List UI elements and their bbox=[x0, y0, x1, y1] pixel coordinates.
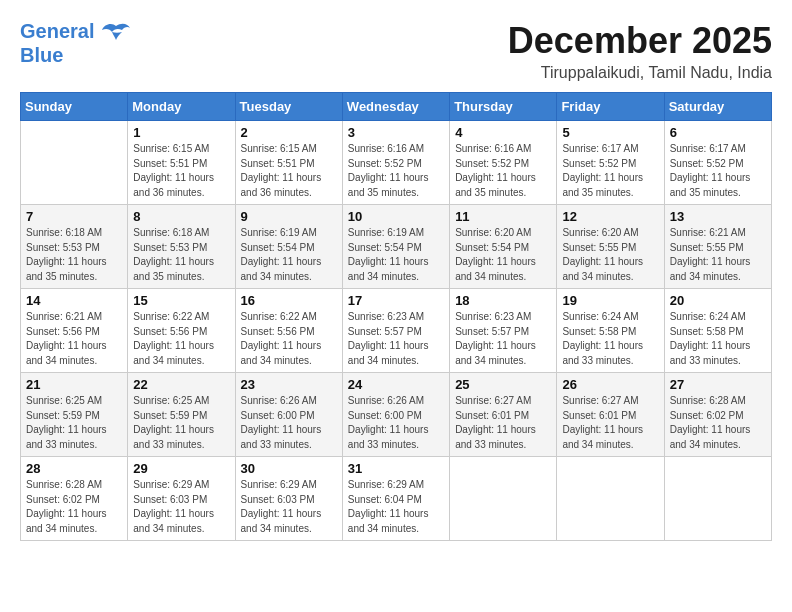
calendar-day-cell: 15Sunrise: 6:22 AM Sunset: 5:56 PM Dayli… bbox=[128, 289, 235, 373]
day-info: Sunrise: 6:15 AM Sunset: 5:51 PM Dayligh… bbox=[133, 142, 229, 200]
calendar-day-cell: 19Sunrise: 6:24 AM Sunset: 5:58 PM Dayli… bbox=[557, 289, 664, 373]
day-number: 19 bbox=[562, 293, 658, 308]
calendar-day-cell: 3Sunrise: 6:16 AM Sunset: 5:52 PM Daylig… bbox=[342, 121, 449, 205]
day-number: 18 bbox=[455, 293, 551, 308]
day-info: Sunrise: 6:20 AM Sunset: 5:54 PM Dayligh… bbox=[455, 226, 551, 284]
title-section: December 2025 Tiruppalaikudi, Tamil Nadu… bbox=[508, 20, 772, 82]
calendar-day-cell: 1Sunrise: 6:15 AM Sunset: 5:51 PM Daylig… bbox=[128, 121, 235, 205]
calendar-day-cell: 4Sunrise: 6:16 AM Sunset: 5:52 PM Daylig… bbox=[450, 121, 557, 205]
calendar-day-header: Monday bbox=[128, 93, 235, 121]
day-info: Sunrise: 6:21 AM Sunset: 5:56 PM Dayligh… bbox=[26, 310, 122, 368]
calendar-day-cell: 10Sunrise: 6:19 AM Sunset: 5:54 PM Dayli… bbox=[342, 205, 449, 289]
calendar-day-cell: 16Sunrise: 6:22 AM Sunset: 5:56 PM Dayli… bbox=[235, 289, 342, 373]
day-info: Sunrise: 6:29 AM Sunset: 6:03 PM Dayligh… bbox=[133, 478, 229, 536]
calendar-day-cell: 28Sunrise: 6:28 AM Sunset: 6:02 PM Dayli… bbox=[21, 457, 128, 541]
calendar-day-cell: 27Sunrise: 6:28 AM Sunset: 6:02 PM Dayli… bbox=[664, 373, 771, 457]
calendar-week-row: 7Sunrise: 6:18 AM Sunset: 5:53 PM Daylig… bbox=[21, 205, 772, 289]
day-info: Sunrise: 6:18 AM Sunset: 5:53 PM Dayligh… bbox=[133, 226, 229, 284]
calendar-day-cell: 12Sunrise: 6:20 AM Sunset: 5:55 PM Dayli… bbox=[557, 205, 664, 289]
calendar-day-cell: 31Sunrise: 6:29 AM Sunset: 6:04 PM Dayli… bbox=[342, 457, 449, 541]
day-number: 28 bbox=[26, 461, 122, 476]
calendar-day-cell: 22Sunrise: 6:25 AM Sunset: 5:59 PM Dayli… bbox=[128, 373, 235, 457]
logo: General Blue bbox=[20, 20, 130, 67]
day-number: 23 bbox=[241, 377, 337, 392]
calendar-day-cell: 17Sunrise: 6:23 AM Sunset: 5:57 PM Dayli… bbox=[342, 289, 449, 373]
logo-text-general: General bbox=[20, 20, 94, 42]
day-number: 1 bbox=[133, 125, 229, 140]
calendar-day-header: Wednesday bbox=[342, 93, 449, 121]
day-number: 21 bbox=[26, 377, 122, 392]
day-info: Sunrise: 6:25 AM Sunset: 5:59 PM Dayligh… bbox=[26, 394, 122, 452]
day-number: 24 bbox=[348, 377, 444, 392]
day-info: Sunrise: 6:16 AM Sunset: 5:52 PM Dayligh… bbox=[455, 142, 551, 200]
day-info: Sunrise: 6:22 AM Sunset: 5:56 PM Dayligh… bbox=[241, 310, 337, 368]
day-number: 8 bbox=[133, 209, 229, 224]
subtitle: Tiruppalaikudi, Tamil Nadu, India bbox=[508, 64, 772, 82]
calendar-day-header: Saturday bbox=[664, 93, 771, 121]
calendar-day-cell: 13Sunrise: 6:21 AM Sunset: 5:55 PM Dayli… bbox=[664, 205, 771, 289]
day-number: 25 bbox=[455, 377, 551, 392]
day-info: Sunrise: 6:24 AM Sunset: 5:58 PM Dayligh… bbox=[562, 310, 658, 368]
day-info: Sunrise: 6:23 AM Sunset: 5:57 PM Dayligh… bbox=[455, 310, 551, 368]
calendar-table: SundayMondayTuesdayWednesdayThursdayFrid… bbox=[20, 92, 772, 541]
day-number: 11 bbox=[455, 209, 551, 224]
main-title: December 2025 bbox=[508, 20, 772, 62]
day-number: 29 bbox=[133, 461, 229, 476]
day-number: 17 bbox=[348, 293, 444, 308]
day-number: 26 bbox=[562, 377, 658, 392]
calendar-day-cell bbox=[450, 457, 557, 541]
day-number: 15 bbox=[133, 293, 229, 308]
day-number: 9 bbox=[241, 209, 337, 224]
day-info: Sunrise: 6:29 AM Sunset: 6:04 PM Dayligh… bbox=[348, 478, 444, 536]
calendar-week-row: 14Sunrise: 6:21 AM Sunset: 5:56 PM Dayli… bbox=[21, 289, 772, 373]
day-info: Sunrise: 6:17 AM Sunset: 5:52 PM Dayligh… bbox=[670, 142, 766, 200]
day-info: Sunrise: 6:19 AM Sunset: 5:54 PM Dayligh… bbox=[348, 226, 444, 284]
day-info: Sunrise: 6:29 AM Sunset: 6:03 PM Dayligh… bbox=[241, 478, 337, 536]
calendar-day-header: Sunday bbox=[21, 93, 128, 121]
calendar-week-row: 1Sunrise: 6:15 AM Sunset: 5:51 PM Daylig… bbox=[21, 121, 772, 205]
calendar-day-cell bbox=[557, 457, 664, 541]
logo-text-blue: Blue bbox=[20, 44, 130, 67]
calendar-day-cell bbox=[21, 121, 128, 205]
calendar-day-cell: 7Sunrise: 6:18 AM Sunset: 5:53 PM Daylig… bbox=[21, 205, 128, 289]
calendar-day-cell: 25Sunrise: 6:27 AM Sunset: 6:01 PM Dayli… bbox=[450, 373, 557, 457]
day-number: 20 bbox=[670, 293, 766, 308]
day-number: 30 bbox=[241, 461, 337, 476]
calendar-day-cell: 8Sunrise: 6:18 AM Sunset: 5:53 PM Daylig… bbox=[128, 205, 235, 289]
calendar-day-cell: 9Sunrise: 6:19 AM Sunset: 5:54 PM Daylig… bbox=[235, 205, 342, 289]
calendar-day-cell: 2Sunrise: 6:15 AM Sunset: 5:51 PM Daylig… bbox=[235, 121, 342, 205]
day-number: 22 bbox=[133, 377, 229, 392]
day-number: 7 bbox=[26, 209, 122, 224]
calendar-day-cell: 30Sunrise: 6:29 AM Sunset: 6:03 PM Dayli… bbox=[235, 457, 342, 541]
day-number: 12 bbox=[562, 209, 658, 224]
day-info: Sunrise: 6:19 AM Sunset: 5:54 PM Dayligh… bbox=[241, 226, 337, 284]
day-info: Sunrise: 6:22 AM Sunset: 5:56 PM Dayligh… bbox=[133, 310, 229, 368]
calendar-day-cell: 6Sunrise: 6:17 AM Sunset: 5:52 PM Daylig… bbox=[664, 121, 771, 205]
calendar-day-cell bbox=[664, 457, 771, 541]
calendar-week-row: 28Sunrise: 6:28 AM Sunset: 6:02 PM Dayli… bbox=[21, 457, 772, 541]
calendar-header-row: SundayMondayTuesdayWednesdayThursdayFrid… bbox=[21, 93, 772, 121]
day-info: Sunrise: 6:15 AM Sunset: 5:51 PM Dayligh… bbox=[241, 142, 337, 200]
page-header: General Blue December 2025 Tiruppalaikud… bbox=[20, 20, 772, 82]
day-number: 13 bbox=[670, 209, 766, 224]
calendar-day-header: Thursday bbox=[450, 93, 557, 121]
day-number: 31 bbox=[348, 461, 444, 476]
day-number: 6 bbox=[670, 125, 766, 140]
calendar-day-header: Tuesday bbox=[235, 93, 342, 121]
calendar-day-cell: 18Sunrise: 6:23 AM Sunset: 5:57 PM Dayli… bbox=[450, 289, 557, 373]
day-number: 4 bbox=[455, 125, 551, 140]
day-info: Sunrise: 6:28 AM Sunset: 6:02 PM Dayligh… bbox=[670, 394, 766, 452]
day-info: Sunrise: 6:18 AM Sunset: 5:53 PM Dayligh… bbox=[26, 226, 122, 284]
calendar-day-cell: 23Sunrise: 6:26 AM Sunset: 6:00 PM Dayli… bbox=[235, 373, 342, 457]
day-number: 5 bbox=[562, 125, 658, 140]
calendar-day-cell: 26Sunrise: 6:27 AM Sunset: 6:01 PM Dayli… bbox=[557, 373, 664, 457]
day-info: Sunrise: 6:28 AM Sunset: 6:02 PM Dayligh… bbox=[26, 478, 122, 536]
day-number: 16 bbox=[241, 293, 337, 308]
calendar-day-cell: 20Sunrise: 6:24 AM Sunset: 5:58 PM Dayli… bbox=[664, 289, 771, 373]
day-number: 2 bbox=[241, 125, 337, 140]
day-number: 27 bbox=[670, 377, 766, 392]
day-info: Sunrise: 6:24 AM Sunset: 5:58 PM Dayligh… bbox=[670, 310, 766, 368]
day-info: Sunrise: 6:23 AM Sunset: 5:57 PM Dayligh… bbox=[348, 310, 444, 368]
day-info: Sunrise: 6:27 AM Sunset: 6:01 PM Dayligh… bbox=[562, 394, 658, 452]
day-info: Sunrise: 6:16 AM Sunset: 5:52 PM Dayligh… bbox=[348, 142, 444, 200]
